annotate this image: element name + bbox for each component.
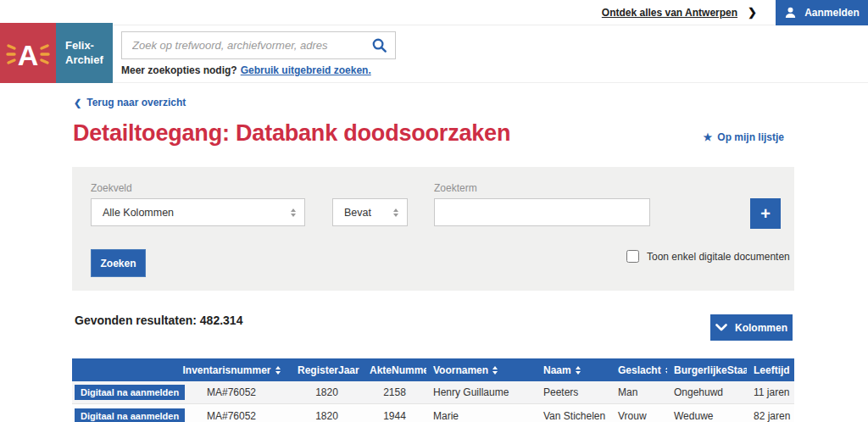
detail-search-panel: Zoekveld Alle Kolommen Bevat Zoekterm + … — [72, 167, 794, 291]
sort-icon — [492, 366, 498, 375]
cell-inventarisnummer: MA#76052 — [172, 410, 291, 422]
site-header: A Felix- Archief Meer zoekopties nodig?G… — [0, 25, 868, 83]
header-cell-naam: Naam — [537, 364, 611, 376]
advanced-search-link[interactable]: Gebruik uitgebreid zoeken. — [241, 64, 371, 76]
header-cell-inventarisnummer: Inventarisnummer — [172, 364, 291, 376]
antwerp-a-logo: A — [0, 23, 56, 83]
digital-access-badge[interactable]: Digitaal na aanmelden — [75, 385, 185, 400]
cell-inventarisnummer: MA#76052 — [172, 386, 291, 398]
add-to-my-list-link[interactable]: ★ Op mijn lijstje — [704, 131, 784, 143]
user-icon — [784, 6, 797, 19]
cell-burgerlijkestaat: Ongehuwd — [667, 386, 747, 398]
sort-header[interactable]: RegisterJaar — [298, 364, 363, 376]
sort-header[interactable]: Geslacht — [618, 364, 667, 376]
header-cell-registerjaar: RegisterJaar — [291, 364, 363, 376]
chevron-right-icon: ❯ — [748, 6, 757, 19]
cell-voornamen: Marie — [426, 410, 537, 422]
site-search-input[interactable] — [122, 32, 363, 58]
columns-button[interactable]: Kolommen — [710, 314, 793, 341]
header-cell-aktenummer: AkteNummer — [363, 364, 426, 376]
cell-aktenummer: 1944 — [363, 410, 426, 422]
cell-voornamen: Henry Guillaume — [426, 386, 537, 398]
sort-icon — [576, 366, 581, 375]
search-term-label: Zoekterm — [434, 182, 477, 194]
select-arrows-icon — [291, 208, 296, 217]
my-list-label: Op mijn lijstje — [717, 131, 784, 143]
search-field-selected-value: Alle Kolommen — [103, 207, 174, 219]
cell-naam: Van Stichelen — [537, 410, 611, 422]
cell-burgerlijkestaat: Weduwe — [667, 410, 747, 422]
back-link-label: Terug naar overzicht — [86, 97, 186, 108]
login-button-label: Aanmelden — [804, 7, 860, 19]
search-submit-button[interactable] — [363, 32, 395, 58]
cell-registerjaar: 1820 — [291, 410, 363, 422]
header-cell-burgerlijkestaat: BurgerlijkeStaat — [667, 364, 747, 376]
add-criterion-button[interactable]: + — [750, 198, 781, 229]
table-row[interactable]: Digitaal na aanmelden MA#76052 1820 2158… — [72, 381, 794, 404]
sort-header[interactable]: AkteNummer — [370, 364, 426, 376]
cell-aktenummer: 2158 — [363, 386, 426, 398]
cell-leeftijd: 11 jaren — [747, 386, 794, 398]
logo-letter: A — [18, 39, 39, 71]
search-field-select[interactable]: Alle Kolommen — [91, 198, 305, 226]
digital-access-badge[interactable]: Digitaal na aanmelden — [75, 408, 185, 422]
header-cell-leeftijd: Leeftijd — [747, 364, 794, 376]
search-term-input[interactable] — [434, 198, 650, 226]
results-count: Gevonden resultaten: 482.314 — [75, 314, 242, 327]
top-bar: Ontdek alles van Antwerpen ❯ Aanmelden — [0, 0, 868, 25]
page-title: Detailtoegang: Databank doodsoorzaken — [73, 120, 510, 147]
cell-geslacht: Man — [611, 386, 667, 398]
login-button[interactable]: Aanmelden — [776, 0, 868, 25]
table-header-row: Inventarisnummer RegisterJaar AkteNummer… — [72, 358, 794, 381]
select-arrows-icon — [393, 208, 398, 217]
cell-naam: Peeters — [537, 386, 611, 398]
search-submit-button-panel[interactable]: Zoeken — [91, 249, 146, 277]
sort-header[interactable]: Naam — [543, 364, 581, 376]
sort-icon — [275, 366, 281, 375]
columns-button-label: Kolommen — [735, 322, 787, 334]
chevron-down-icon — [715, 324, 727, 331]
site-search-box — [121, 31, 396, 59]
cell-geslacht: Vrouw — [611, 410, 667, 422]
search-icon — [371, 37, 387, 53]
sort-header[interactable]: BurgerlijkeStaat — [674, 364, 747, 376]
cell-registerjaar: 1820 — [291, 386, 363, 398]
search-operator-select[interactable]: Bevat — [332, 198, 408, 226]
digital-only-checkbox[interactable] — [626, 250, 639, 263]
results-table: Inventarisnummer RegisterJaar AkteNummer… — [72, 358, 794, 422]
cell-leeftijd: 82 jaren — [747, 410, 794, 422]
sort-header[interactable]: Leeftijd — [754, 364, 794, 376]
felix-archief-wordmark: Felix- Archief — [56, 23, 113, 83]
felix-archief-logo[interactable]: A Felix- Archief — [0, 23, 113, 83]
digital-only-label[interactable]: Toon enkel digitale documenten — [647, 251, 790, 263]
search-operator-selected-value: Bevat — [344, 207, 371, 219]
search-field-label: Zoekveld — [91, 182, 132, 194]
more-search-options-text: Meer zoekopties nodig?Gebruik uitgebreid… — [121, 64, 371, 76]
header-cell-geslacht: Geslacht — [611, 364, 667, 376]
sort-header[interactable]: Inventarisnummer — [182, 364, 280, 376]
header-cell-voornamen: Voornamen — [426, 364, 537, 376]
star-icon: ★ — [704, 131, 713, 143]
chevron-left-icon: ❮ — [74, 97, 81, 108]
table-row[interactable]: Digitaal na aanmelden MA#76052 1820 1944… — [72, 404, 794, 422]
sort-header[interactable]: Voornamen — [433, 364, 498, 376]
digital-only-filter: Toon enkel digitale documenten — [626, 250, 790, 263]
back-to-overview-link[interactable]: ❮ Terug naar overzicht — [74, 97, 186, 108]
discover-antwerpen-link[interactable]: Ontdek alles van Antwerpen — [602, 7, 737, 19]
